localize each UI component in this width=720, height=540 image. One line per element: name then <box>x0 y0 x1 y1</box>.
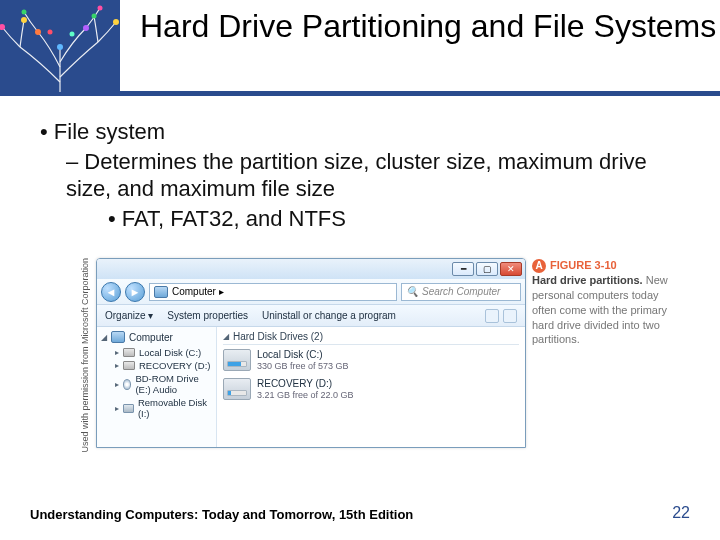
minimize-button[interactable]: ━ <box>452 262 474 276</box>
view-icon[interactable] <box>485 309 499 323</box>
chevron-icon: ▸ <box>115 380 119 389</box>
address-text: Computer ▸ <box>172 286 224 297</box>
search-input[interactable]: 🔍 Search Computer <box>401 283 521 301</box>
bullet-level1: File system <box>40 118 690 146</box>
maximize-button[interactable]: ▢ <box>476 262 498 276</box>
toolbar-uninstall[interactable]: Uninstall or change a program <box>262 310 396 321</box>
drive-name: RECOVERY (D:) <box>257 378 354 390</box>
disc-icon <box>123 379 131 390</box>
svg-point-10 <box>70 32 75 37</box>
sidebar-item-label: Removable Disk (I:) <box>138 397 212 419</box>
address-bar-row: ◄ ► Computer ▸ 🔍 Search Computer <box>97 279 525 305</box>
drive-group-header: ◢ Hard Disk Drives (2) <box>223 331 519 345</box>
drive-name: Local Disk (C:) <box>257 349 349 361</box>
expand-icon: ◢ <box>101 333 107 342</box>
svg-point-6 <box>98 6 103 11</box>
caption-title: Hard drive partitions. <box>532 274 643 286</box>
svg-point-1 <box>21 17 27 23</box>
group-label: Hard Disk Drives (2) <box>233 331 323 342</box>
sidebar-root[interactable]: ◢ Computer <box>101 331 212 343</box>
sidebar-root-label: Computer <box>129 332 173 343</box>
sidebar-item-label: BD-ROM Drive (E:) Audio <box>135 373 212 395</box>
chevron-icon: ▸ <box>115 404 119 413</box>
svg-point-4 <box>57 44 63 50</box>
sidebar-item-local-disk[interactable]: ▸ Local Disk (C:) <box>101 346 212 359</box>
bullet-level3: FAT, FAT32, and NTFS <box>108 205 690 233</box>
slide-header: Hard Drive Partitioning and File Systems <box>0 0 720 96</box>
svg-point-5 <box>83 25 89 31</box>
sidebar-item-recovery[interactable]: ▸ RECOVERY (D:) <box>101 359 212 372</box>
svg-point-9 <box>48 30 53 35</box>
drive-icon <box>223 378 251 400</box>
drive-free-space: 3.21 GB free of 22.0 GB <box>257 390 354 401</box>
window-body: ◢ Computer ▸ Local Disk (C:) ▸ RECOVERY … <box>97 327 525 447</box>
svg-point-3 <box>35 29 41 35</box>
explorer-window: ━ ▢ ✕ ◄ ► Computer ▸ 🔍 Search Computer O… <box>96 258 526 448</box>
computer-icon <box>154 286 168 298</box>
content-pane: ◢ Hard Disk Drives (2) Local Disk (C:) 3… <box>217 327 525 447</box>
search-icon: 🔍 <box>406 286 418 297</box>
forward-button[interactable]: ► <box>125 282 145 302</box>
drive-item-local[interactable]: Local Disk (C:) 330 GB free of 573 GB <box>223 349 519 372</box>
computer-icon <box>111 331 125 343</box>
svg-point-2 <box>22 10 27 15</box>
toolbar-organize[interactable]: Organize ▾ <box>105 310 153 321</box>
bullet-level2: Determines the partition size, cluster s… <box>66 148 690 203</box>
drive-free-space: 330 GB free of 573 GB <box>257 361 349 372</box>
footer-text: Understanding Computers: Today and Tomor… <box>30 507 413 522</box>
toolbar: Organize ▾ System properties Uninstall o… <box>97 305 525 327</box>
disk-icon <box>123 348 135 357</box>
sidebar-item-label: RECOVERY (D:) <box>139 360 210 371</box>
slide-title: Hard Drive Partitioning and File Systems <box>140 8 716 45</box>
expand-icon: ◢ <box>223 332 229 341</box>
figure-container: Used with permission from Microsoft Corp… <box>80 258 680 453</box>
sidebar-item-label: Local Disk (C:) <box>139 347 201 358</box>
close-button[interactable]: ✕ <box>500 262 522 276</box>
tree-graphic-icon <box>0 0 120 92</box>
toolbar-system-properties[interactable]: System properties <box>167 310 248 321</box>
chevron-icon: ▸ <box>115 348 119 357</box>
figure-number: FIGURE 3-10 <box>550 259 617 271</box>
chevron-icon: ▸ <box>115 361 119 370</box>
titlebar: ━ ▢ ✕ <box>97 259 525 279</box>
svg-point-8 <box>92 14 97 19</box>
help-icon[interactable] <box>503 309 517 323</box>
nav-sidebar: ◢ Computer ▸ Local Disk (C:) ▸ RECOVERY … <box>97 327 217 447</box>
slide-body: File system Determines the partition siz… <box>0 96 720 232</box>
back-button[interactable]: ◄ <box>101 282 121 302</box>
logo-box <box>0 0 120 92</box>
svg-point-7 <box>113 19 119 25</box>
figure-caption: AFIGURE 3-10 Hard drive partitions. New … <box>532 258 672 347</box>
sidebar-item-bdrom[interactable]: ▸ BD-ROM Drive (E:) Audio <box>101 372 212 396</box>
removable-icon <box>123 404 134 413</box>
drive-icon <box>223 349 251 371</box>
disk-icon <box>123 361 135 370</box>
search-placeholder: Search Computer <box>422 286 500 297</box>
address-bar[interactable]: Computer ▸ <box>149 283 397 301</box>
page-number: 22 <box>672 504 690 522</box>
permission-label: Used with permission from Microsoft Corp… <box>80 258 90 453</box>
caption-badge-icon: A <box>532 259 546 273</box>
sidebar-item-removable[interactable]: ▸ Removable Disk (I:) <box>101 396 212 420</box>
drive-item-recovery[interactable]: RECOVERY (D:) 3.21 GB free of 22.0 GB <box>223 378 519 401</box>
